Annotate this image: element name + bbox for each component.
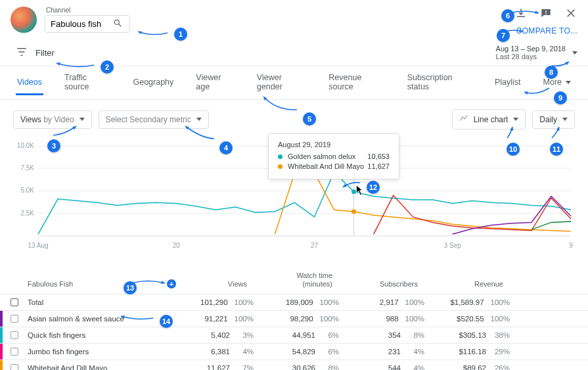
row-checkbox[interactable] [11,315,18,323]
tab-traffic-source[interactable]: Traffic source [63,66,112,100]
svg-text:7.5K: 7.5K [20,164,34,172]
channel-search-input[interactable] [51,19,113,29]
row-name: Asian salmon & sweet sauce [28,315,179,323]
column-header-revenue[interactable]: Revenue [435,280,520,289]
channel-label: Channel [46,7,130,14]
tab-viewer-age[interactable]: Viewer age [194,66,236,100]
row-checkbox[interactable] [11,364,18,370]
svg-text:9: 9 [569,242,573,249]
granularity-selector[interactable]: Daily [532,110,575,129]
column-header-watch-time[interactable]: Watch time (minutes) [264,271,350,289]
table-row[interactable]: Whitebait And Dill Mayo 11,6277%30,6268%… [0,359,588,370]
table-row[interactable]: Jumbo fish fingers 6,3814%54,8296%2314%$… [0,343,588,359]
column-header-subscribers[interactable]: Subscribers [350,280,435,289]
row-checkbox[interactable] [11,298,18,306]
chevron-down-icon [562,118,568,121]
tab-more[interactable]: More [542,71,572,95]
chevron-down-icon [566,81,571,84]
row-checkbox[interactable] [11,348,18,356]
channel-avatar[interactable] [11,7,37,33]
add-column-button[interactable]: + [167,279,176,289]
search-icon[interactable] [113,18,122,30]
svg-text:5.0K: 5.0K [20,187,34,194]
column-header-views[interactable]: Views [179,280,264,289]
svg-text:20: 20 [173,242,181,249]
table-row[interactable]: Asian salmon & sweet sauce 91,221100%98,… [0,310,588,327]
date-range-text: Aug 13 – Sep 9, 2018 [496,45,566,53]
chevron-down-icon [513,118,518,121]
tab-geography[interactable]: Geography [131,71,175,95]
feedback-icon[interactable] [539,7,553,20]
row-name: Total [28,298,179,306]
filter-label[interactable]: Filter [35,48,55,58]
svg-point-19 [351,189,356,194]
row-name: Whitebait And Dill Mayo [28,364,179,370]
svg-point-0 [114,20,119,24]
row-checkbox[interactable] [11,331,18,339]
date-range-picker[interactable]: Aug 13 – Sep 9, 2018 Last 28 days [496,45,577,60]
secondary-metric-selector[interactable]: Select Secondary metric [99,110,209,129]
svg-rect-2 [545,11,547,12]
svg-point-20 [351,209,356,214]
channel-search-box[interactable] [45,15,130,33]
tab-subscription-status[interactable]: Subscription status [406,66,474,100]
close-icon[interactable] [564,7,577,20]
chevron-down-icon[interactable] [572,51,577,55]
table-row[interactable]: Total 101,290100%189,009100%2,917100%$1,… [0,294,588,310]
primary-metric-selector[interactable]: Views by Video [13,110,92,129]
row-name: Jumbo fish fingers [28,348,179,356]
svg-text:3 Sep: 3 Sep [444,242,462,249]
chart-type-selector[interactable]: Line chart [452,109,526,129]
row-name: Quick fish fingers [28,331,179,339]
svg-text:2.5K: 2.5K [20,210,34,217]
filter-icon[interactable] [16,46,28,60]
compare-to-link[interactable]: COMPARE TO... [516,26,577,35]
svg-text:27: 27 [311,242,319,249]
chart-tooltip: August 29, 2019Golden salmon delux10,653… [268,133,399,179]
date-preset-text: Last 28 days [496,53,566,60]
line-chart-icon [459,114,468,125]
tab-playlist[interactable]: Playlist [493,71,522,95]
svg-text:10.0K: 10.0K [17,142,34,149]
download-icon[interactable] [514,7,528,20]
chevron-down-icon [79,118,85,121]
svg-line-1 [119,24,122,27]
tab-revenue-source[interactable]: Revenue source [327,66,386,100]
svg-text:13 Aug: 13 Aug [28,242,48,249]
table-row[interactable]: Quick fish fingers 5,4023%44,9516%3548%$… [0,327,588,343]
table-title: Fabulous Fish [28,280,73,288]
chevron-down-icon [196,118,202,121]
tab-videos[interactable]: Videos [16,71,43,95]
svg-rect-3 [545,13,547,14]
tab-viewer-gender[interactable]: Viewer gender [256,66,307,100]
